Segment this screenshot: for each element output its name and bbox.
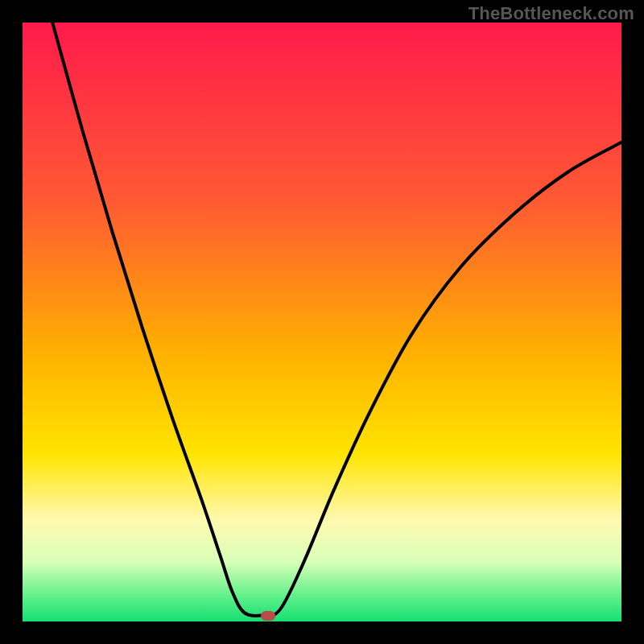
chart-frame: TheBottleneck.com xyxy=(0,0,644,644)
minimum-marker xyxy=(261,611,275,621)
plot-area xyxy=(23,23,621,621)
chart-svg xyxy=(23,23,621,621)
gradient-background xyxy=(23,23,621,621)
watermark-text: TheBottleneck.com xyxy=(469,3,634,24)
